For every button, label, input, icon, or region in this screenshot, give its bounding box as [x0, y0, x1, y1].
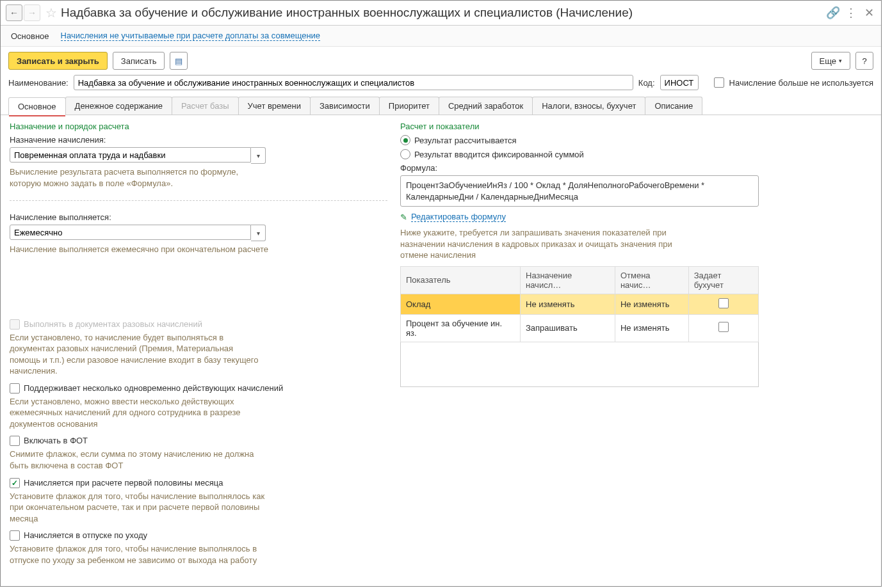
- fot-label: Включать в ФОТ: [24, 436, 88, 445]
- halfmonth-label: Начисляется при расчете первой половины …: [24, 478, 223, 488]
- tab-tax[interactable]: Налоги, взносы, бухучет: [532, 97, 645, 115]
- vacation-checkbox[interactable]: [10, 530, 20, 541]
- fot-hint: Снимите флажок, если сумма по этому начи…: [10, 449, 266, 471]
- tab-time[interactable]: Учет времени: [238, 97, 311, 115]
- save-close-button[interactable]: Записать и закрыть: [8, 52, 108, 70]
- subheader-main[interactable]: Основное: [11, 31, 49, 41]
- report-button[interactable]: ▤: [170, 52, 188, 70]
- purpose-hint: Вычисление результата расчета выполняетс…: [10, 166, 266, 189]
- exec-dropdown-icon[interactable]: ▾: [251, 225, 266, 241]
- favorite-icon[interactable]: ☆: [45, 5, 57, 20]
- halfmonth-hint: Установите флажок для того, чтобы начисл…: [10, 491, 266, 525]
- radio-calculated[interactable]: [400, 135, 410, 145]
- link-icon[interactable]: 🔗: [826, 6, 840, 20]
- exec-label: Начисление выполняется:: [10, 212, 387, 222]
- onetime-label: Выполнять в документах разовых начислени…: [24, 319, 202, 329]
- radio-fixed-label: Результат вводится фиксированной суммой: [414, 150, 584, 159]
- multi-label: Поддерживает несколько одновременно дейс…: [24, 383, 283, 393]
- table-row[interactable]: ОкладНе изменятьНе изменять: [401, 294, 759, 314]
- th-acc: Задает бухучет: [688, 266, 758, 294]
- left-section-title: Назначение и порядок расчета: [10, 122, 387, 131]
- tab-main[interactable]: Основное: [8, 97, 66, 115]
- multi-checkbox[interactable]: [10, 383, 20, 393]
- acc-checkbox[interactable]: [718, 322, 729, 332]
- tabs: Основное Денежное содержание Расчет базы…: [1, 97, 881, 115]
- exec-select[interactable]: [10, 225, 251, 240]
- tab-deps[interactable]: Зависимости: [310, 97, 380, 115]
- page-title: Надбавка за обучение и обслуживание инос…: [61, 6, 633, 20]
- tab-priority[interactable]: Приоритет: [379, 97, 439, 115]
- radio-fixed[interactable]: [400, 149, 410, 159]
- more-button[interactable]: Еще▾: [811, 52, 850, 70]
- tab-desc[interactable]: Описание: [645, 97, 702, 115]
- kebab-icon[interactable]: ⋮: [844, 6, 858, 20]
- tab-base[interactable]: Расчет базы: [172, 97, 239, 115]
- name-input[interactable]: [74, 75, 633, 90]
- radio-calculated-label: Результат рассчитывается: [414, 136, 517, 145]
- not-used-checkbox[interactable]: [714, 77, 724, 88]
- code-label: Код:: [638, 78, 655, 88]
- halfmonth-checkbox[interactable]: [10, 478, 20, 488]
- th-indicator: Показатель: [401, 266, 521, 294]
- pencil-icon: ✎: [400, 212, 407, 222]
- not-used-label: Начисление больше не используется: [729, 78, 873, 88]
- onetime-hint: Если установлено, то начисление будет вы…: [10, 332, 266, 377]
- acc-checkbox[interactable]: [718, 298, 729, 308]
- help-button[interactable]: ?: [855, 52, 873, 70]
- tab-money[interactable]: Денежное содержание: [65, 97, 172, 115]
- onetime-checkbox: [10, 319, 20, 330]
- purpose-dropdown-icon[interactable]: ▾: [251, 147, 266, 164]
- formula-box[interactable]: ПроцентЗаОбучениеИнЯз / 100 * Оклад * До…: [400, 175, 759, 207]
- table-row[interactable]: Процент за обучение ин. яз.ЗапрашиватьНе…: [401, 314, 759, 342]
- right-section-title: Расчет и показатели: [400, 122, 872, 131]
- multi-hint: Если установлено, можно ввести несколько…: [10, 396, 266, 430]
- th-cancel: Отмена начис…: [615, 266, 688, 294]
- purpose-select[interactable]: [10, 147, 251, 163]
- th-assign: Назначение начисл…: [521, 266, 615, 294]
- forward-button[interactable]: →: [24, 4, 40, 21]
- formula-label: Формула:: [400, 163, 872, 173]
- subheader-link[interactable]: Начисления не учитываемые при расчете до…: [61, 31, 321, 41]
- code-input[interactable]: [660, 75, 699, 90]
- fot-checkbox[interactable]: [10, 436, 20, 446]
- exec-hint: Начисление выполняется ежемесячно при ок…: [10, 244, 387, 255]
- table-hint: Ниже укажите, требуется ли запрашивать з…: [400, 227, 676, 261]
- table-empty-area: [400, 342, 759, 387]
- purpose-label: Назначение начисления:: [10, 135, 387, 145]
- name-label: Наименование:: [8, 78, 69, 88]
- vacation-hint: Установите флажок для того, чтобы начисл…: [10, 543, 266, 566]
- back-button[interactable]: ←: [6, 4, 22, 21]
- tab-avg[interactable]: Средний заработок: [439, 97, 533, 115]
- close-icon[interactable]: ✕: [862, 6, 876, 20]
- edit-formula-link[interactable]: Редактировать формулу: [411, 212, 506, 222]
- save-button[interactable]: Записать: [113, 52, 165, 70]
- vacation-label: Начисляется в отпуске по уходу: [24, 530, 147, 540]
- indicators-table: Показатель Назначение начисл… Отмена нач…: [400, 266, 759, 342]
